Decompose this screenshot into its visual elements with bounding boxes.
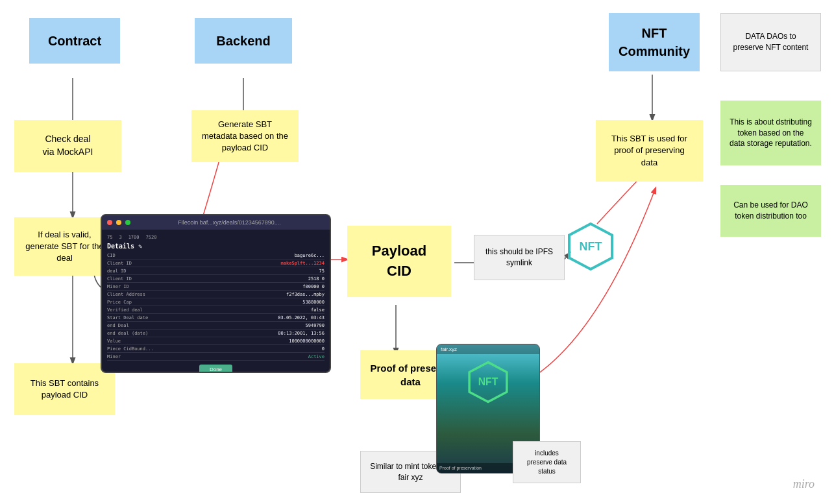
nft-icon: NFT <box>565 221 617 272</box>
screenshot-btn-area: Done <box>107 365 325 373</box>
dot-green <box>125 220 130 225</box>
nft-card-icon: NFT <box>465 359 511 405</box>
dot-yellow <box>116 220 121 225</box>
svg-text:NFT: NFT <box>580 240 602 253</box>
screenshot-title: Filecoin baf...xyz/deals/01234567890.... <box>134 219 325 226</box>
contract-label: Contract <box>29 18 120 64</box>
nft-community-label: NFT Community <box>609 13 700 71</box>
detail-row-miner: Miner Active <box>107 354 325 361</box>
payload-cid-note: Payload CID <box>347 226 451 297</box>
screenshot-titlebar: Filecoin baf...xyz/deals/01234567890.... <box>102 215 330 230</box>
detail-row-value: Value 1000000000000 <box>107 339 325 345</box>
ipfs-symlink-note: this should be IPFS symlink <box>474 235 565 280</box>
backend-label: Backend <box>195 18 292 64</box>
svg-text:NFT: NFT <box>478 376 498 387</box>
nft-card-body: NFT <box>437 354 539 410</box>
detail-row-clientaddr: Client Address f2f3das...mpby <box>107 292 325 298</box>
details-header: Details ✎ <box>107 243 325 250</box>
done-button[interactable]: Done <box>199 365 232 373</box>
detail-row-enddeal: end Deal 5949790 <box>107 323 325 330</box>
detail-row-minerid: Miner ID f00000 0 <box>107 284 325 291</box>
miro-label: miro <box>793 477 815 491</box>
includes-preserve-note: includes preserve data status <box>513 441 581 483</box>
check-deal-note: Check deal via MockAPI <box>14 120 121 172</box>
data-daos-label: DATA DAOs to preserve NFT content <box>720 13 821 71</box>
filecoin-screenshot: Filecoin baf...xyz/deals/01234567890....… <box>101 214 331 373</box>
detail-row-clientid2: Client ID 2518 0 <box>107 276 325 283</box>
detail-row-pricecap: Price Cap 53880000 <box>107 300 325 306</box>
detail-row-piececid: Piece CidBound... 0 <box>107 346 325 353</box>
detail-row-client: Client ID makeSplft...1234 <box>107 261 325 267</box>
detail-row-cid: CID bagure6c... <box>107 253 325 259</box>
screenshot-content: 75 3 1700 7520 Details ✎ CID bagure6c...… <box>102 230 330 373</box>
generate-sbt-note: Generate SBT metadata based on the paylo… <box>191 110 299 162</box>
dot-red <box>107 220 112 225</box>
sbt-contains-note: This SBT contains payload CID <box>14 363 115 415</box>
detail-row-enddealdate: end deal (date) 00:13:2001, 13:56 <box>107 331 325 337</box>
if-deal-valid-note: If deal is valid, generate SBT for the d… <box>14 217 115 276</box>
nft-card-header: fair.xyz <box>437 344 539 354</box>
detail-row-verified: Verified deal false <box>107 307 325 314</box>
distributing-token-note: This is about dstributing token based on… <box>720 101 821 165</box>
can-be-used-note: Can be used for DAO token distribution t… <box>720 185 821 237</box>
detail-row-startdate: Start Deal date 03.05.2022, 03:43 <box>107 315 325 322</box>
stats-row: 75 3 1700 7520 <box>107 235 325 240</box>
sbt-used-note: This SBT is used for proof of preserving… <box>596 120 703 182</box>
detail-row-dealid: deal ID 75 <box>107 269 325 275</box>
